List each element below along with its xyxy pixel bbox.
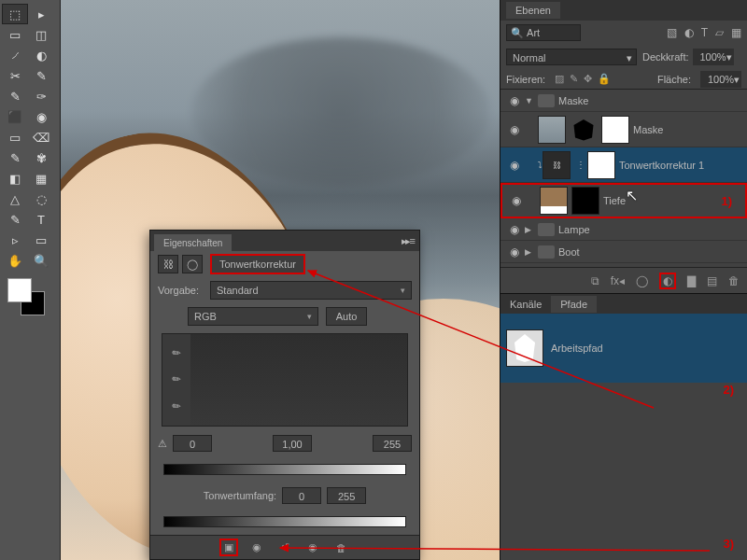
tool-0[interactable]: ⬚ [2, 4, 28, 24]
tool-24[interactable]: ✋ [2, 250, 28, 271]
cursor-icon: ↖ [626, 187, 638, 204]
filter-image-icon[interactable]: ▧ [667, 26, 677, 39]
properties-panel: Eigenschaften ▸▸ ≡ ⛓ ◯ Tonwertkorrektur … [149, 230, 420, 560]
layers-panel-container: Ebenen 🔍 Art ▧ ◐ T ▱ ▦ Normal Deckkraft:… [500, 0, 747, 560]
annotation-3: 3) [723, 537, 734, 551]
input-low[interactable]: 0 [173, 435, 212, 452]
channel-select[interactable]: RGB [188, 307, 318, 326]
output-gradient[interactable] [163, 516, 406, 527]
warn-icon: ⚠ [158, 438, 167, 450]
tool-1[interactable]: ▸ [28, 4, 54, 24]
new-layer-icon[interactable]: ▤ [707, 274, 717, 287]
color-swatches[interactable] [7, 278, 45, 315]
reset-icon[interactable]: ↺ [275, 541, 294, 553]
lock-paint-icon[interactable]: ✎ [570, 73, 578, 85]
tool-11[interactable]: ◉ [28, 106, 54, 127]
blend-mode-select[interactable]: Normal [506, 49, 637, 65]
filter-smart-icon[interactable]: ▦ [731, 26, 741, 39]
channels-tab[interactable]: Kanäle [500, 296, 551, 313]
fill-label: Fläche: [657, 74, 691, 85]
tool-22[interactable]: ▹ [2, 230, 28, 250]
lock-label: Fixieren: [506, 74, 545, 85]
tool-3[interactable]: ◫ [28, 24, 54, 45]
annotation-2: 2) [723, 383, 734, 397]
tool-20[interactable]: ✎ [2, 209, 28, 230]
layer-levels-adjustment[interactable]: ◉⤵⛓⋮Tonwertkorrektur 1 [500, 147, 747, 183]
levels-icon: ⛓ [158, 255, 178, 273]
tool-25[interactable]: 🔍 [28, 250, 54, 271]
opacity-value[interactable]: 100% [693, 49, 734, 65]
tool-7[interactable]: ✎ [28, 65, 54, 86]
preset-select[interactable]: Standard [210, 281, 412, 300]
fx-icon[interactable]: fx◂ [611, 274, 625, 287]
tool-10[interactable]: ⬛ [2, 106, 28, 127]
tool-16[interactable]: ◧ [2, 168, 28, 189]
group-boot[interactable]: ◉▶Boot [500, 241, 747, 263]
tool-21[interactable]: T [28, 209, 54, 230]
toolbox: ⬚▸▭◫⟋◐✂✎✎✑⬛◉▭⌫✎✾◧▦△◌✎T▹▭✋🔍 [0, 0, 61, 560]
tool-13[interactable]: ⌫ [28, 127, 54, 147]
output-label: Tonwertumfang: [204, 490, 276, 501]
new-adjustment-icon[interactable]: ◐ [659, 273, 676, 289]
output-high[interactable]: 255 [327, 487, 366, 504]
fg-color[interactable] [7, 278, 32, 302]
path-thumb [506, 329, 543, 367]
output-low[interactable]: 0 [282, 487, 321, 504]
tool-18[interactable]: △ [2, 189, 28, 209]
tool-14[interactable]: ✎ [2, 147, 28, 168]
group-maske[interactable]: ◉▼Maske [500, 90, 747, 112]
new-group-icon[interactable]: ▇ [687, 274, 696, 287]
tool-15[interactable]: ✾ [28, 147, 54, 168]
link-layers-icon[interactable]: ⧉ [591, 274, 599, 287]
tool-23[interactable]: ▭ [28, 230, 54, 250]
filter-text-icon[interactable]: T [701, 26, 708, 39]
preset-label: Vorgabe: [158, 285, 210, 296]
layers-list: ◉▼Maske ◉Maske ◉⤵⛓⋮Tonwertkorrektur 1 ◉T… [500, 90, 747, 267]
properties-tab[interactable]: Eigenschaften [154, 234, 232, 252]
tool-9[interactable]: ✑ [28, 86, 54, 106]
delete-icon[interactable]: 🗑 [331, 542, 350, 553]
tool-19[interactable]: ◌ [28, 189, 54, 209]
tool-2[interactable]: ▭ [2, 24, 28, 45]
layer-filter-select[interactable]: 🔍 Art [506, 24, 581, 41]
lock-pixels-icon[interactable]: ▨ [555, 73, 564, 85]
auto-button[interactable]: Auto [326, 307, 367, 326]
mask-icon[interactable]: ◯ [182, 255, 203, 273]
adjustment-title: Tonwertkorrektur [210, 254, 305, 274]
lock-all-icon[interactable]: 🔒 [598, 73, 611, 85]
tool-6[interactable]: ✂ [2, 65, 28, 86]
histogram-area[interactable]: ✎ ✎ ✎ [162, 333, 408, 427]
filter-adjust-icon[interactable]: ◐ [684, 26, 694, 39]
paths-tab[interactable]: Pfade [551, 296, 597, 313]
layer-tiefe[interactable]: ◉Tiefe1) [500, 183, 747, 218]
layer-maske[interactable]: ◉Maske [500, 112, 747, 147]
mask-add-icon[interactable]: ◯ [636, 274, 648, 287]
input-gradient[interactable] [163, 464, 406, 475]
input-high[interactable]: 255 [373, 435, 412, 452]
trash-icon[interactable]: 🗑 [728, 274, 740, 287]
tool-17[interactable]: ▦ [28, 168, 54, 189]
group-lampe[interactable]: ◉▶Lampe [500, 218, 747, 241]
lock-move-icon[interactable]: ✥ [584, 73, 592, 85]
toggle-visibility-icon[interactable]: ◉ [303, 541, 322, 553]
tool-12[interactable]: ▭ [2, 127, 28, 147]
panel-menu-icon[interactable]: ▸▸ ≡ [396, 235, 419, 247]
tool-4[interactable]: ⟋ [2, 45, 28, 65]
tool-8[interactable]: ✎ [2, 86, 28, 106]
layers-footer: ⧉ fx◂ ◯ ◐ ▇ ▤ 🗑 [500, 267, 747, 293]
eyedropper-white-icon[interactable]: ✎ [169, 399, 183, 414]
layers-tab[interactable]: Ebenen [506, 2, 560, 19]
filter-shape-icon[interactable]: ▱ [715, 26, 724, 39]
input-mid[interactable]: 1,00 [273, 435, 312, 452]
tool-5[interactable]: ◐ [28, 45, 54, 65]
fill-value[interactable]: 100% [700, 71, 741, 88]
clip-to-layer-button[interactable]: ▣ [219, 539, 238, 556]
view-previous-icon[interactable]: ◉ [247, 541, 266, 553]
eyedropper-black-icon[interactable]: ✎ [169, 345, 183, 360]
work-path[interactable]: Arbeitspfad [500, 314, 747, 383]
path-name: Arbeitspfad [551, 343, 603, 354]
eyedropper-gray-icon[interactable]: ✎ [169, 372, 183, 387]
opacity-label: Deckkraft: [642, 51, 689, 63]
